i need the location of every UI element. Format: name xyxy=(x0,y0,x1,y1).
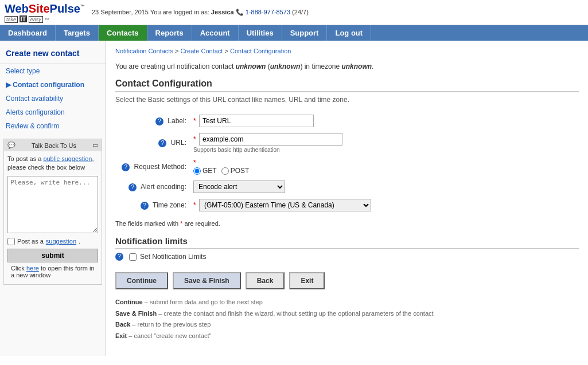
label-input[interactable] xyxy=(199,115,314,127)
request-method-help-icon[interactable]: ? xyxy=(122,163,130,171)
required-star-note: * xyxy=(180,220,182,227)
request-method-label: ? Request Method: xyxy=(115,156,190,178)
sidebar: Create new contact Select type Contact c… xyxy=(0,41,106,356)
request-method-radio-group: GET POST xyxy=(193,167,575,175)
talkback-desc: To post as a public suggestion, please c… xyxy=(7,155,98,172)
save-finish-button[interactable]: Save & Finish xyxy=(173,272,241,289)
get-radio[interactable] xyxy=(193,167,201,175)
alert-encoding-select[interactable]: Encode alert Do not encode xyxy=(193,180,285,193)
url-field-label: ? URL: xyxy=(115,130,190,156)
url-input[interactable] xyxy=(199,133,342,146)
exit-desc-key: Exit xyxy=(115,332,127,339)
sidebar-item-alerts-config[interactable]: Alerts configuration xyxy=(0,105,106,119)
timezone-help-icon[interactable]: ? xyxy=(141,202,149,210)
nav-targets[interactable]: Targets xyxy=(56,25,99,41)
talkback-open-link: Click here to open this form in a new wi… xyxy=(7,262,98,281)
logo: WebSitePulse™ xyxy=(5,2,85,15)
sidebar-link-alerts-config[interactable]: Alerts configuration xyxy=(6,108,65,116)
back-button[interactable]: Back xyxy=(246,272,285,289)
form-section: Contact Configuration Select the Basic s… xyxy=(115,79,579,227)
request-method-input-cell: * GET POST xyxy=(190,156,579,178)
page-header: WebSitePulse™ take IT easy ™ 23 Septembe… xyxy=(0,0,588,25)
label-help-icon[interactable]: ? xyxy=(155,117,163,125)
timezone-text: Time zone: xyxy=(153,201,186,209)
breadcrumb-current: Contact Configuration xyxy=(230,48,291,54)
breadcrumb-sep1: > xyxy=(175,48,180,54)
talkback-textarea[interactable] xyxy=(7,176,98,233)
button-descriptions: Continue – submit form data and go to th… xyxy=(115,297,579,340)
get-radio-label[interactable]: GET xyxy=(193,167,217,175)
nav-dashboard[interactable]: Dashboard xyxy=(0,25,56,41)
nav-logout[interactable]: Log out xyxy=(327,25,371,41)
talkback-submit-button[interactable]: submit xyxy=(7,249,98,262)
talkback-public-link[interactable]: public suggestion xyxy=(43,155,92,162)
continue-button[interactable]: Continue xyxy=(115,272,168,289)
info-timezone: unknown xyxy=(341,62,372,70)
label-row: ? Label: * xyxy=(115,112,579,130)
info-name: unknown xyxy=(236,62,266,70)
sidebar-link-review-confirm[interactable]: Review & confirm xyxy=(6,122,59,130)
timezone-label: ? Time zone: xyxy=(115,196,190,214)
back-desc: Back – return to the previous step xyxy=(115,320,579,329)
sidebar-item-contact-config: Contact configuration xyxy=(0,78,106,92)
alert-encoding-input-cell: Encode alert Do not encode xyxy=(190,178,579,196)
url-help-icon[interactable]: ? xyxy=(158,139,166,147)
main-layout: Create new contact Select type Contact c… xyxy=(0,41,588,356)
required-note: The fields marked with * are required. xyxy=(115,220,579,227)
header-username: Jessica xyxy=(211,9,234,15)
alert-encoding-help-icon[interactable]: ? xyxy=(128,183,137,191)
sidebar-steps: Select type Contact configuration Contac… xyxy=(0,64,106,133)
url-row: ? URL: * Supports basic http authenticat… xyxy=(115,130,579,156)
navbar: Dashboard Targets Contacts Reports Accou… xyxy=(0,25,588,41)
tagline-it: IT xyxy=(20,15,28,22)
set-limits-checkbox[interactable] xyxy=(129,253,137,261)
alert-encoding-row: ? Alert encoding: Encode alert Do not en… xyxy=(115,178,579,196)
nav-contacts[interactable]: Contacts xyxy=(99,25,147,41)
talkback-post-label: Post as a xyxy=(17,238,44,245)
talkback-minimize-icon[interactable]: ▭ xyxy=(92,142,98,149)
label-field-label: ? Label: xyxy=(115,112,190,130)
talkback-suggestion-checkbox[interactable] xyxy=(7,238,15,245)
sidebar-label-contact-config: Contact configuration xyxy=(13,81,84,89)
url-required-star: * xyxy=(193,135,196,143)
logo-web: Web xyxy=(5,2,29,15)
header-phone-icon: 📞 xyxy=(236,9,244,15)
post-radio-label[interactable]: POST xyxy=(221,167,250,175)
post-radio[interactable] xyxy=(221,167,229,175)
logo-pulse: Pulse xyxy=(50,2,80,15)
sidebar-link-select-type[interactable]: Select type xyxy=(6,67,40,75)
logo-site: Site xyxy=(29,2,50,15)
timezone-select[interactable]: (GMT-05:00) Eastern Time (US & Canada) (… xyxy=(199,199,371,211)
label-required-star: * xyxy=(193,117,196,125)
sidebar-item-review-confirm[interactable]: Review & confirm xyxy=(0,119,106,133)
nav-account[interactable]: Account xyxy=(192,25,239,41)
exit-button[interactable]: Exit xyxy=(289,272,325,289)
request-required-star: * xyxy=(193,159,196,167)
talkback-chat-icon: 💬 xyxy=(7,142,15,149)
limits-help-icon[interactable]: ? xyxy=(115,253,123,261)
breadcrumb-create-contact[interactable]: Create Contact xyxy=(180,48,223,54)
nav-utilities[interactable]: Utilities xyxy=(239,25,282,41)
sidebar-title: Create new contact xyxy=(0,45,106,64)
timezone-row: ? Time zone: * (GMT-05:00) Eastern Time … xyxy=(115,196,579,214)
logo-tagline: take IT easy ™ xyxy=(5,15,85,22)
content-area: Notification Contacts > Create Contact >… xyxy=(106,41,588,356)
breadcrumb-notification-contacts[interactable]: Notification Contacts xyxy=(115,48,173,54)
form-table: ? Label: * ? URL: * xyxy=(115,112,579,214)
talkback-suggestion-link[interactable]: suggestion xyxy=(46,238,76,245)
nav-support[interactable]: Support xyxy=(282,25,328,41)
tagline-easy: easy xyxy=(29,16,43,23)
header-phone[interactable]: 1-888-977-8573 xyxy=(246,9,290,15)
back-desc-key: Back xyxy=(115,321,130,328)
header-phone-hours: (24/7) xyxy=(292,9,309,15)
nav-reports[interactable]: Reports xyxy=(147,25,192,41)
sidebar-link-contact-avail[interactable]: Contact availability xyxy=(6,95,63,103)
sidebar-item-select-type[interactable]: Select type xyxy=(0,64,106,78)
talkback-suggestion-row: Post as a suggestion. xyxy=(7,238,98,245)
get-label-text: GET xyxy=(203,167,217,175)
exit-desc: Exit – cancel "create new contact" xyxy=(115,331,579,341)
talkback-here-link[interactable]: here xyxy=(26,265,39,272)
sidebar-item-contact-avail[interactable]: Contact availability xyxy=(0,92,106,105)
header-info: 23 September, 2015 You are logged in as:… xyxy=(92,9,309,16)
form-section-title: Contact Configuration xyxy=(115,79,579,92)
